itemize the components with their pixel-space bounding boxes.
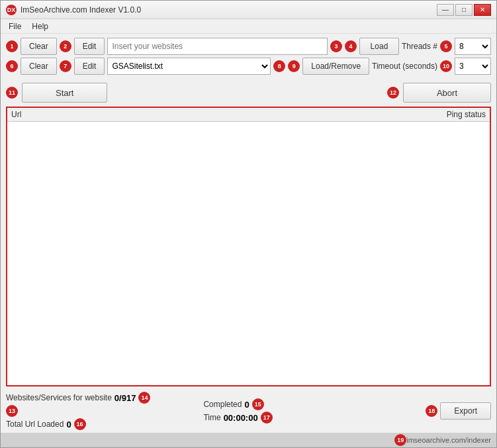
- start-abort-row: 11 Start 12 Abort: [1, 79, 496, 107]
- websites-label: Websites/Services for website: [6, 393, 112, 402]
- threads-label: Threads #: [402, 42, 437, 51]
- websites-status-row: Websites/Services for website 0/917 14: [6, 392, 150, 404]
- window-title: ImSeoArchive.com Indexer V1.0.0: [21, 5, 141, 15]
- start-button[interactable]: Start: [22, 83, 107, 103]
- threads-select[interactable]: 8 4 16 32: [455, 38, 491, 55]
- title-bar: DX ImSeoArchive.com Indexer V1.0.0 — □ ✕: [1, 1, 496, 19]
- badge-15: 15: [252, 398, 264, 410]
- badge-8: 8: [273, 60, 285, 72]
- time-row: Time 00:00:00 17: [203, 412, 272, 424]
- main-window: DX ImSeoArchive.com Indexer V1.0.0 — □ ✕…: [0, 0, 497, 448]
- file-select[interactable]: GSASitelist.txt: [107, 58, 271, 75]
- edit-button-2[interactable]: Edit: [74, 58, 105, 75]
- time-label: Time: [203, 413, 220, 422]
- title-bar-left: DX ImSeoArchive.com Indexer V1.0.0: [6, 5, 141, 15]
- toolbar-area: 1 Clear 2 Edit 3 4 Load Threads # 5 8 4 …: [1, 34, 496, 79]
- total-url-row: Total Url Loaded 0 16: [6, 418, 150, 430]
- load-button[interactable]: Load: [359, 38, 399, 55]
- status-bar: Websites/Services for website 0/917 14 1…: [1, 389, 496, 433]
- col-url-header: Url: [11, 110, 21, 119]
- start-wrapper: 11 Start: [6, 83, 107, 103]
- time-value: 00:00:00: [224, 413, 258, 423]
- abort-wrapper: 12 Abort: [387, 83, 491, 103]
- badge-2: 2: [60, 40, 71, 52]
- total-url-label: Total Url Loaded: [6, 420, 64, 429]
- badge-10: 10: [440, 60, 452, 72]
- bottom-bar: 19 imseoarchive.com/indexer: [1, 433, 496, 447]
- toolbar-row-1: 1 Clear 2 Edit 3 4 Load Threads # 5 8 4 …: [6, 38, 491, 55]
- edit-button-1[interactable]: Edit: [74, 38, 105, 55]
- completed-label: Completed: [203, 400, 242, 409]
- col-ping-status-header: Ping status: [447, 110, 486, 119]
- completed-value: 0: [244, 400, 249, 410]
- title-controls: — □ ✕: [437, 4, 491, 16]
- websites-value: 0/917: [114, 393, 136, 403]
- app-icon: DX: [6, 5, 17, 15]
- badge13-row: 13: [6, 405, 150, 417]
- badge-14: 14: [138, 392, 150, 404]
- badge-7: 7: [60, 60, 71, 72]
- url-table: Url Ping status: [6, 107, 491, 386]
- table-header: Url Ping status: [7, 108, 490, 122]
- clear-button-1[interactable]: Clear: [21, 38, 57, 55]
- badge-13: 13: [6, 405, 18, 417]
- badge-18: 18: [426, 405, 437, 417]
- badge-9: 9: [288, 60, 300, 72]
- total-url-value: 0: [66, 420, 71, 429]
- menu-help[interactable]: Help: [26, 21, 54, 32]
- badge-19: 19: [394, 434, 406, 446]
- clear-button-2[interactable]: Clear: [21, 58, 57, 75]
- status-right: 18 Export: [426, 402, 491, 420]
- badge-4: 4: [345, 40, 357, 52]
- toolbar-row-2: 6 Clear 7 Edit GSASitelist.txt 8 9 Load/…: [6, 58, 491, 75]
- badge-11: 11: [6, 87, 18, 99]
- badge-16: 16: [74, 418, 86, 430]
- export-button[interactable]: Export: [440, 402, 491, 420]
- websites-input[interactable]: [107, 38, 328, 55]
- badge-6: 6: [6, 60, 18, 72]
- close-button[interactable]: ✕: [474, 4, 491, 16]
- menu-file[interactable]: File: [3, 21, 26, 32]
- badge-3: 3: [330, 40, 342, 52]
- timeout-select[interactable]: 3 5 10 30: [455, 58, 491, 75]
- status-left: Websites/Services for website 0/917 14 1…: [6, 392, 150, 430]
- badge-5: 5: [440, 40, 452, 52]
- completed-row: Completed 0 15: [203, 398, 263, 410]
- bottom-bar-text: imseoarchive.com/indexer: [406, 436, 491, 444]
- maximize-button[interactable]: □: [455, 4, 473, 16]
- badge-1: 1: [6, 40, 18, 52]
- minimize-button[interactable]: —: [437, 4, 454, 16]
- menu-bar: File Help: [1, 19, 496, 34]
- load-remove-button[interactable]: Load/Remove: [302, 58, 369, 75]
- badge-17: 17: [261, 412, 273, 424]
- badge-12: 12: [387, 87, 399, 99]
- abort-button[interactable]: Abort: [403, 83, 491, 103]
- table-body: [7, 122, 490, 385]
- status-center: Completed 0 15 Time 00:00:00 17: [163, 398, 412, 424]
- timeout-label: Timeout (seconds): [372, 62, 437, 71]
